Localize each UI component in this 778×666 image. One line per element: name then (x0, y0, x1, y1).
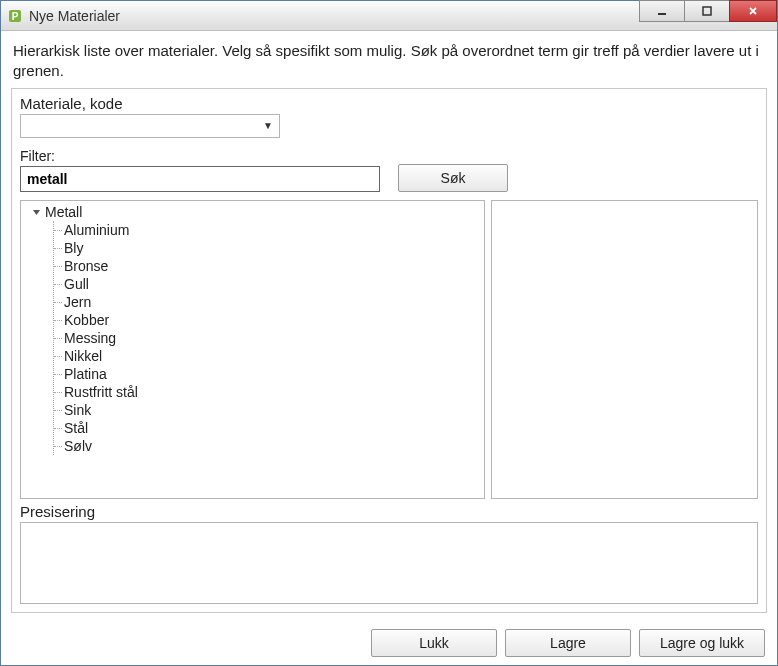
materiale-kode-combo[interactable]: ▼ (20, 114, 280, 138)
tree-item[interactable]: Sink (64, 401, 482, 419)
expander-icon[interactable] (31, 207, 41, 217)
close-window-button[interactable] (729, 0, 777, 22)
tree-item[interactable]: Stål (64, 419, 482, 437)
minimize-button[interactable] (639, 0, 685, 22)
save-and-close-button[interactable]: Lagre og lukk (639, 629, 765, 657)
tree-box: Metall AluminiumBlyBronseGullJernKobberM… (20, 200, 485, 500)
tree-node-label: Metall (45, 204, 82, 220)
tree-item[interactable]: Sølv (64, 437, 482, 455)
tree-item[interactable]: Bly (64, 239, 482, 257)
presisering-textarea[interactable] (20, 522, 758, 604)
detail-scroll[interactable] (492, 201, 757, 499)
app-icon: P (7, 8, 23, 24)
dialog-window: P Nye Materialer Hierarkisk liste over m… (0, 0, 778, 666)
tree-children: AluminiumBlyBronseGullJernKobberMessingN… (53, 221, 482, 455)
chevron-down-icon: ▼ (263, 120, 273, 131)
svg-rect-3 (703, 7, 711, 15)
window-controls (639, 1, 777, 30)
tree-item[interactable]: Nikkel (64, 347, 482, 365)
tree-item[interactable]: Gull (64, 275, 482, 293)
tree-item[interactable]: Platina (64, 365, 482, 383)
filter-label: Filter: (20, 148, 380, 164)
tree-item[interactable]: Messing (64, 329, 482, 347)
tree-scroll[interactable]: Metall AluminiumBlyBronseGullJernKobberM… (21, 201, 484, 499)
window-title: Nye Materialer (29, 8, 120, 24)
tree-item[interactable]: Bronse (64, 257, 482, 275)
tree-node-root[interactable]: Metall (31, 203, 482, 221)
close-button[interactable]: Lukk (371, 629, 497, 657)
footer: Lukk Lagre Lagre og lukk (1, 621, 777, 665)
main-panel: Materiale, kode ▼ Filter: Søk (11, 88, 767, 614)
save-button[interactable]: Lagre (505, 629, 631, 657)
presisering-label: Presisering (20, 503, 758, 520)
titlebar[interactable]: P Nye Materialer (1, 1, 777, 31)
tree-item[interactable]: Aluminium (64, 221, 482, 239)
search-button[interactable]: Søk (398, 164, 508, 192)
svg-text:P: P (12, 11, 19, 22)
tree-item[interactable]: Kobber (64, 311, 482, 329)
svg-rect-2 (658, 13, 666, 15)
tree-item[interactable]: Jern (64, 293, 482, 311)
maximize-button[interactable] (684, 0, 730, 22)
detail-box (491, 200, 758, 500)
instructions-text: Hierarkisk liste over materialer. Velg s… (13, 41, 765, 82)
materiale-kode-label: Materiale, kode (20, 95, 758, 112)
tree-item[interactable]: Rustfritt stål (64, 383, 482, 401)
content-area: Hierarkisk liste over materialer. Velg s… (1, 31, 777, 621)
filter-input[interactable] (20, 166, 380, 192)
